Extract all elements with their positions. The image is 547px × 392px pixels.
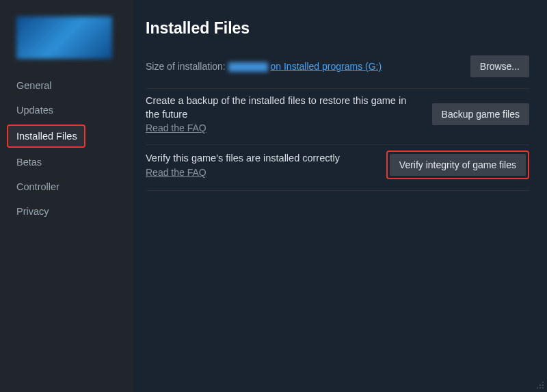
install-size-row: Size of installation: on Installed progr… [146, 55, 529, 89]
svg-point-9 [542, 387, 544, 389]
resize-grip-icon[interactable] [535, 380, 545, 390]
install-location-link[interactable]: on Installed programs (G:) [271, 61, 382, 72]
install-size-value-redacted [228, 62, 268, 72]
verify-text: Verify this game's files are installed c… [146, 152, 375, 166]
verify-highlight: Verify integrity of game files [386, 151, 529, 179]
sidebar-item-general[interactable]: General [0, 75, 133, 96]
page-title: Installed Files [146, 19, 529, 38]
game-thumbnail [16, 16, 112, 59]
main-panel: Installed Files Size of installation: on… [133, 0, 547, 392]
backup-button[interactable]: Backup game files [432, 103, 529, 125]
svg-point-4 [542, 382, 544, 383]
sidebar-item-updates[interactable]: Updates [0, 100, 133, 120]
install-size-label: Size of installation: [146, 61, 226, 72]
install-size-text: Size of installation: on Installed progr… [146, 61, 382, 72]
sidebar-item-privacy[interactable]: Privacy [0, 201, 133, 222]
sidebar-nav: General Updates Installed Files Betas Co… [0, 75, 133, 226]
svg-point-8 [539, 387, 541, 389]
sidebar: General Updates Installed Files Betas Co… [0, 0, 133, 392]
svg-point-5 [539, 384, 541, 386]
sidebar-item-controller[interactable]: Controller [0, 177, 133, 197]
sidebar-item-betas[interactable]: Betas [0, 152, 133, 172]
backup-text: Create a backup of the installed files t… [146, 94, 421, 121]
verify-row: Verify this game's files are installed c… [146, 145, 529, 191]
svg-point-7 [537, 387, 538, 389]
backup-faq-link[interactable]: Read the FAQ [146, 122, 206, 133]
verify-integrity-button[interactable]: Verify integrity of game files [390, 154, 526, 176]
verify-faq-link[interactable]: Read the FAQ [146, 167, 206, 178]
sidebar-item-installed-files[interactable]: Installed Files [7, 125, 85, 148]
backup-row: Create a backup of the installed files t… [146, 89, 529, 145]
svg-point-6 [542, 384, 544, 386]
browse-button[interactable]: Browse... [470, 55, 529, 77]
